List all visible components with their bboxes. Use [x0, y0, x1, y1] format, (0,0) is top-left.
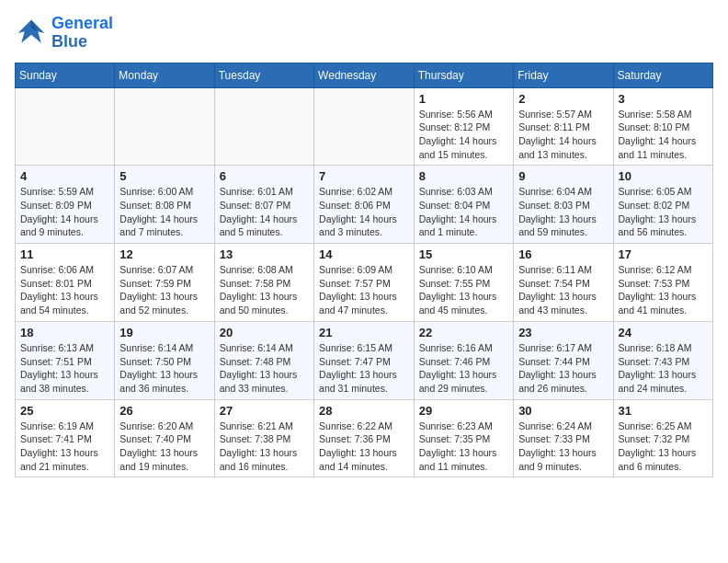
day-number: 13: [220, 247, 309, 261]
day-number: 8: [419, 169, 508, 183]
logo-icon: [15, 17, 48, 50]
calendar-cell: 25Sunrise: 6:19 AMSunset: 7:41 PMDayligh…: [16, 399, 115, 477]
day-info: Sunrise: 5:57 AMSunset: 8:11 PMDaylight:…: [518, 108, 608, 162]
day-info: Sunrise: 5:56 AMSunset: 8:12 PMDaylight:…: [419, 108, 508, 162]
calendar-cell: 8Sunrise: 6:03 AMSunset: 8:04 PMDaylight…: [414, 166, 513, 244]
calendar-cell: 14Sunrise: 6:09 AMSunset: 7:57 PMDayligh…: [314, 244, 415, 322]
day-number: 9: [518, 169, 608, 183]
day-number: 7: [319, 169, 409, 183]
day-info: Sunrise: 6:21 AMSunset: 7:38 PMDaylight:…: [220, 419, 309, 474]
calendar-cell: 7Sunrise: 6:02 AMSunset: 8:06 PMDaylight…: [314, 166, 415, 244]
day-number: 30: [518, 404, 608, 418]
day-info: Sunrise: 6:00 AMSunset: 8:08 PMDaylight:…: [119, 185, 209, 239]
day-number: 12: [119, 247, 209, 261]
day-info: Sunrise: 6:25 AMSunset: 7:32 PMDaylight:…: [619, 419, 709, 474]
day-number: 27: [220, 404, 309, 418]
calendar-cell: 22Sunrise: 6:16 AMSunset: 7:46 PMDayligh…: [414, 321, 513, 399]
weekday-header-tuesday: Tuesday: [214, 63, 313, 87]
page-header: General Blue: [15, 15, 713, 52]
weekday-header-thursday: Thursday: [414, 63, 513, 87]
calendar-cell: 18Sunrise: 6:13 AMSunset: 7:51 PMDayligh…: [16, 321, 115, 399]
day-number: 4: [20, 169, 109, 183]
calendar-table: SundayMondayTuesdayWednesdayThursdayFrid…: [15, 63, 713, 478]
day-number: 6: [220, 169, 309, 183]
calendar-cell: 10Sunrise: 6:05 AMSunset: 8:02 PMDayligh…: [613, 166, 713, 244]
calendar-cell: 6Sunrise: 6:01 AMSunset: 8:07 PMDaylight…: [214, 166, 313, 244]
day-info: Sunrise: 6:09 AMSunset: 7:57 PMDaylight:…: [319, 263, 409, 317]
calendar-week-5: 25Sunrise: 6:19 AMSunset: 7:41 PMDayligh…: [16, 399, 713, 477]
day-info: Sunrise: 6:05 AMSunset: 8:02 PMDaylight:…: [619, 185, 709, 239]
day-info: Sunrise: 6:06 AMSunset: 8:01 PMDaylight:…: [20, 263, 109, 317]
calendar-cell: [16, 87, 115, 166]
day-number: 17: [619, 247, 709, 261]
day-info: Sunrise: 6:02 AMSunset: 8:06 PMDaylight:…: [319, 185, 409, 239]
day-number: 2: [518, 92, 608, 106]
calendar-cell: 12Sunrise: 6:07 AMSunset: 7:59 PMDayligh…: [115, 244, 214, 322]
calendar-body: 1Sunrise: 5:56 AMSunset: 8:12 PMDaylight…: [16, 87, 713, 477]
calendar-cell: 16Sunrise: 6:11 AMSunset: 7:54 PMDayligh…: [514, 244, 613, 322]
calendar-cell: 29Sunrise: 6:23 AMSunset: 7:35 PMDayligh…: [414, 399, 513, 477]
calendar-cell: 5Sunrise: 6:00 AMSunset: 8:08 PMDaylight…: [115, 166, 214, 244]
calendar-cell: 23Sunrise: 6:17 AMSunset: 7:44 PMDayligh…: [514, 321, 613, 399]
calendar-cell: 13Sunrise: 6:08 AMSunset: 7:58 PMDayligh…: [214, 244, 313, 322]
day-info: Sunrise: 6:15 AMSunset: 7:47 PMDaylight:…: [319, 341, 409, 396]
calendar-week-3: 11Sunrise: 6:06 AMSunset: 8:01 PMDayligh…: [16, 244, 713, 322]
day-number: 25: [20, 404, 109, 418]
day-info: Sunrise: 6:20 AMSunset: 7:40 PMDaylight:…: [119, 419, 209, 474]
day-number: 22: [419, 326, 508, 339]
day-info: Sunrise: 6:07 AMSunset: 7:59 PMDaylight:…: [119, 263, 209, 317]
calendar-cell: 3Sunrise: 5:58 AMSunset: 8:10 PMDaylight…: [613, 87, 713, 166]
weekday-header-monday: Monday: [115, 63, 214, 87]
day-info: Sunrise: 5:58 AMSunset: 8:10 PMDaylight:…: [619, 108, 709, 162]
weekday-header-wednesday: Wednesday: [314, 63, 415, 87]
calendar-cell: 31Sunrise: 6:25 AMSunset: 7:32 PMDayligh…: [613, 399, 713, 477]
day-number: 18: [20, 326, 109, 339]
weekday-header-saturday: Saturday: [613, 63, 713, 87]
day-info: Sunrise: 6:16 AMSunset: 7:46 PMDaylight:…: [419, 341, 508, 396]
day-info: Sunrise: 6:13 AMSunset: 7:51 PMDaylight:…: [20, 341, 109, 396]
calendar-header: SundayMondayTuesdayWednesdayThursdayFrid…: [16, 63, 713, 87]
calendar-cell: 20Sunrise: 6:14 AMSunset: 7:48 PMDayligh…: [214, 321, 313, 399]
day-number: 29: [419, 404, 508, 418]
day-number: 11: [20, 247, 109, 261]
day-info: Sunrise: 6:03 AMSunset: 8:04 PMDaylight:…: [419, 185, 508, 239]
day-info: Sunrise: 6:18 AMSunset: 7:43 PMDaylight:…: [619, 341, 709, 396]
weekday-header-friday: Friday: [514, 63, 613, 87]
calendar-week-1: 1Sunrise: 5:56 AMSunset: 8:12 PMDaylight…: [16, 87, 713, 166]
day-info: Sunrise: 6:11 AMSunset: 7:54 PMDaylight:…: [518, 263, 608, 317]
day-info: Sunrise: 6:12 AMSunset: 7:53 PMDaylight:…: [619, 263, 709, 317]
day-number: 15: [419, 247, 508, 261]
day-number: 3: [619, 92, 709, 106]
calendar-cell: 1Sunrise: 5:56 AMSunset: 8:12 PMDaylight…: [414, 87, 513, 166]
day-info: Sunrise: 6:14 AMSunset: 7:48 PMDaylight:…: [220, 341, 309, 396]
day-info: Sunrise: 6:19 AMSunset: 7:41 PMDaylight:…: [20, 419, 109, 474]
calendar-cell: 9Sunrise: 6:04 AMSunset: 8:03 PMDaylight…: [514, 166, 613, 244]
day-number: 28: [319, 404, 409, 418]
calendar-cell: 11Sunrise: 6:06 AMSunset: 8:01 PMDayligh…: [16, 244, 115, 322]
day-info: Sunrise: 6:04 AMSunset: 8:03 PMDaylight:…: [518, 185, 608, 239]
day-number: 10: [619, 169, 709, 183]
day-info: Sunrise: 6:17 AMSunset: 7:44 PMDaylight:…: [518, 341, 608, 396]
day-info: Sunrise: 5:59 AMSunset: 8:09 PMDaylight:…: [20, 185, 109, 239]
calendar-cell: 19Sunrise: 6:14 AMSunset: 7:50 PMDayligh…: [115, 321, 214, 399]
calendar-cell: [115, 87, 214, 166]
calendar-cell: 15Sunrise: 6:10 AMSunset: 7:55 PMDayligh…: [414, 244, 513, 322]
calendar-week-2: 4Sunrise: 5:59 AMSunset: 8:09 PMDaylight…: [16, 166, 713, 244]
weekday-row: SundayMondayTuesdayWednesdayThursdayFrid…: [16, 63, 713, 87]
day-number: 31: [619, 404, 709, 418]
day-number: 21: [319, 326, 409, 339]
day-number: 14: [319, 247, 409, 261]
calendar-cell: [314, 87, 415, 166]
day-number: 19: [119, 326, 209, 339]
day-info: Sunrise: 6:08 AMSunset: 7:58 PMDaylight:…: [220, 263, 309, 317]
calendar-cell: 26Sunrise: 6:20 AMSunset: 7:40 PMDayligh…: [115, 399, 214, 477]
logo-text: General Blue: [51, 15, 113, 52]
day-info: Sunrise: 6:23 AMSunset: 7:35 PMDaylight:…: [419, 419, 508, 474]
day-info: Sunrise: 6:24 AMSunset: 7:33 PMDaylight:…: [518, 419, 608, 474]
calendar-cell: 30Sunrise: 6:24 AMSunset: 7:33 PMDayligh…: [514, 399, 613, 477]
calendar-cell: 21Sunrise: 6:15 AMSunset: 7:47 PMDayligh…: [314, 321, 415, 399]
calendar-cell: 27Sunrise: 6:21 AMSunset: 7:38 PMDayligh…: [214, 399, 313, 477]
calendar-cell: 2Sunrise: 5:57 AMSunset: 8:11 PMDaylight…: [514, 87, 613, 166]
calendar-cell: 28Sunrise: 6:22 AMSunset: 7:36 PMDayligh…: [314, 399, 415, 477]
day-number: 26: [119, 404, 209, 418]
